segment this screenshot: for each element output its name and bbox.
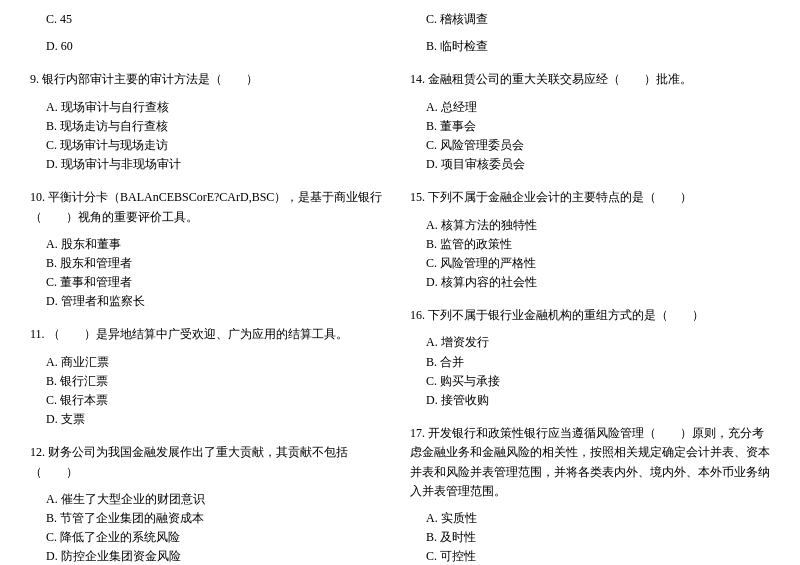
q16-option-c: C. 购买与承接: [410, 372, 770, 391]
option-label: C. 45: [30, 10, 390, 29]
q14-option-a: A. 总经理: [410, 98, 770, 117]
q15-option-d: D. 核算内容的社会性: [410, 273, 770, 292]
option-d60: D. 60: [30, 37, 390, 56]
option-label: D. 60: [30, 37, 390, 56]
question-10-title: 10. 平衡计分卡（BALAnCEBSCorE?CArD,BSC），是基于商业银…: [30, 188, 390, 226]
q12-option-b: B. 节管了企业集团的融资成本: [30, 509, 390, 528]
option-c-hir: C. 稽核调查: [410, 10, 770, 29]
question-12-title: 12. 财务公司为我国金融发展作出了重大贡献，其贡献不包括（ ）: [30, 443, 390, 481]
q16-option-a: A. 增资发行: [410, 333, 770, 352]
q10-option-c: C. 董事和管理者: [30, 273, 390, 292]
q9-option-d: D. 现场审计与非现场审计: [30, 155, 390, 174]
option-label: C. 稽核调查: [410, 10, 770, 29]
q17-option-a: A. 实质性: [410, 509, 770, 528]
q11-option-a: A. 商业汇票: [30, 353, 390, 372]
q12-option-a: A. 催生了大型企业的财团意识: [30, 490, 390, 509]
q11-option-c: C. 银行本票: [30, 391, 390, 410]
q15-option-a: A. 核算方法的独特性: [410, 216, 770, 235]
question-16: 16. 下列不属于银行业金融机构的重组方式的是（ ） A. 增资发行 B. 合并…: [410, 306, 770, 410]
q12-option-c: C. 降低了企业的系统风险: [30, 528, 390, 547]
q14-option-b: B. 董事会: [410, 117, 770, 136]
question-11: 11. （ ）是异地结算中广受欢迎、广为应用的结算工具。 A. 商业汇票 B. …: [30, 325, 390, 429]
question-14: 14. 金融租赁公司的重大关联交易应经（ ）批准。 A. 总经理 B. 董事会 …: [410, 70, 770, 174]
question-11-title: 11. （ ）是异地结算中广受欢迎、广为应用的结算工具。: [30, 325, 390, 344]
q16-option-b: B. 合并: [410, 353, 770, 372]
q14-option-d: D. 项目审核委员会: [410, 155, 770, 174]
option-c45: C. 45: [30, 10, 390, 29]
q14-option-c: C. 风险管理委员会: [410, 136, 770, 155]
question-9: 9. 银行内部审计主要的审计方法是（ ） A. 现场审计与自行查核 B. 现场走…: [30, 70, 390, 174]
left-column: C. 45 D. 60 9. 银行内部审计主要的审计方法是（ ） A. 现场审计…: [30, 10, 390, 565]
q11-option-d: D. 支票: [30, 410, 390, 429]
q9-option-c: C. 现场审计与现场走访: [30, 136, 390, 155]
q16-option-d: D. 接管收购: [410, 391, 770, 410]
q10-option-b: B. 股东和管理者: [30, 254, 390, 273]
question-17-title: 17. 开发银行和政策性银行应当遵循风险管理（ ）原则，充分考虑金融业务和金融风…: [410, 424, 770, 501]
q10-option-d: D. 管理者和监察长: [30, 292, 390, 311]
q10-option-a: A. 股东和董事: [30, 235, 390, 254]
option-b-tmp: B. 临时检查: [410, 37, 770, 56]
q15-option-c: C. 风险管理的严格性: [410, 254, 770, 273]
q15-option-b: B. 监管的政策性: [410, 235, 770, 254]
page-content: C. 45 D. 60 9. 银行内部审计主要的审计方法是（ ） A. 现场审计…: [30, 10, 770, 565]
q17-option-c: C. 可控性: [410, 547, 770, 565]
q12-option-d: D. 防控企业集团资金风险: [30, 547, 390, 565]
option-label: B. 临时检查: [410, 37, 770, 56]
question-12: 12. 财务公司为我国金融发展作出了重大贡献，其贡献不包括（ ） A. 催生了大…: [30, 443, 390, 565]
right-column: C. 稽核调查 B. 临时检查 14. 金融租赁公司的重大关联交易应经（ ）批准…: [410, 10, 770, 565]
question-14-title: 14. 金融租赁公司的重大关联交易应经（ ）批准。: [410, 70, 770, 89]
q17-option-b: B. 及时性: [410, 528, 770, 547]
q9-option-a: A. 现场审计与自行查核: [30, 98, 390, 117]
question-16-title: 16. 下列不属于银行业金融机构的重组方式的是（ ）: [410, 306, 770, 325]
question-10: 10. 平衡计分卡（BALAnCEBSCorE?CArD,BSC），是基于商业银…: [30, 188, 390, 311]
q11-option-b: B. 银行汇票: [30, 372, 390, 391]
question-17: 17. 开发银行和政策性银行应当遵循风险管理（ ）原则，充分考虑金融业务和金融风…: [410, 424, 770, 565]
question-15-title: 15. 下列不属于金融企业会计的主要特点的是（ ）: [410, 188, 770, 207]
q9-option-b: B. 现场走访与自行查核: [30, 117, 390, 136]
question-15: 15. 下列不属于金融企业会计的主要特点的是（ ） A. 核算方法的独特性 B.…: [410, 188, 770, 292]
question-9-title: 9. 银行内部审计主要的审计方法是（ ）: [30, 70, 390, 89]
